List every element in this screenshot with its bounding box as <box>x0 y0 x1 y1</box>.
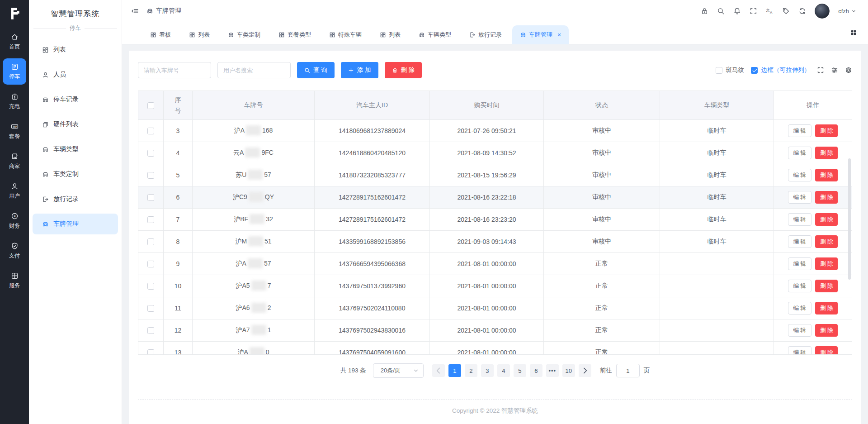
plate-search-input[interactable] <box>138 62 211 78</box>
toolbar: 查 询 添 加 删 除 斑马纹 <box>138 51 852 78</box>
edit-button[interactable]: 编 辑 <box>788 302 811 314</box>
bell-button[interactable] <box>733 7 741 15</box>
search-button[interactable]: 查 询 <box>297 62 335 78</box>
sidebar-item-1[interactable]: 人员 <box>33 64 118 85</box>
row-checkbox[interactable] <box>147 216 154 223</box>
select-all-checkbox[interactable] <box>147 102 154 109</box>
row-checkbox[interactable] <box>147 128 154 134</box>
tab-0[interactable]: 看板 <box>142 25 179 44</box>
page-button-5[interactable]: 5 <box>514 364 526 377</box>
row-checkbox[interactable] <box>147 172 154 179</box>
next-page-button[interactable] <box>579 364 591 377</box>
row-delete-button[interactable]: 删 除 <box>815 302 838 314</box>
username-search-input[interactable] <box>217 62 291 78</box>
border-toggle[interactable]: 边框（可拉伸列） <box>751 66 810 74</box>
row-checkbox[interactable] <box>147 150 154 157</box>
tab-7[interactable]: 放行记录 <box>462 25 509 44</box>
close-tab-icon[interactable]: × <box>557 32 561 38</box>
edit-button[interactable]: 编 辑 <box>788 169 811 181</box>
page-button-2[interactable]: 2 <box>465 364 477 377</box>
border-checkbox[interactable] <box>751 67 758 74</box>
search-button[interactable] <box>717 7 725 15</box>
row-delete-button[interactable]: 删 除 <box>815 169 838 181</box>
sidebar-item-0[interactable]: 列表 <box>33 39 118 60</box>
edit-button[interactable]: 编 辑 <box>788 191 811 204</box>
tag-button[interactable] <box>782 7 790 15</box>
row-checkbox[interactable] <box>147 238 154 245</box>
translate-button[interactable]: 文A <box>766 7 774 15</box>
edit-button[interactable]: 编 辑 <box>788 147 811 159</box>
row-checkbox[interactable] <box>147 327 154 334</box>
rail-item-charge[interactable]: 充电 <box>3 88 26 114</box>
row-delete-button[interactable]: 删 除 <box>815 147 838 159</box>
row-delete-button[interactable]: 删 除 <box>815 213 838 226</box>
row-delete-button[interactable]: 删 除 <box>815 257 838 270</box>
row-checkbox[interactable] <box>147 261 154 267</box>
page-button-1[interactable]: 1 <box>448 364 461 377</box>
row-checkbox[interactable] <box>147 305 154 312</box>
tab-1[interactable]: 列表 <box>181 25 217 44</box>
goto-page-input[interactable] <box>616 364 640 377</box>
row-checkbox[interactable] <box>147 194 154 201</box>
edit-button[interactable]: 编 辑 <box>788 257 811 270</box>
table-list-settings-button[interactable] <box>831 67 838 74</box>
page-button-6[interactable]: 6 <box>530 364 542 377</box>
row-delete-button[interactable]: 删 除 <box>815 191 838 204</box>
row-delete-button[interactable]: 删 除 <box>815 280 838 292</box>
refresh-button[interactable] <box>798 7 806 15</box>
rail-item-shop[interactable]: 商家 <box>3 148 26 174</box>
tab-layout-grid-icon[interactable] <box>850 29 857 36</box>
sidebar-item-4[interactable]: 车辆类型 <box>33 139 118 160</box>
tab-4[interactable]: 特殊车辆 <box>321 25 369 44</box>
sidebar-item-3[interactable]: 硬件列表 <box>33 114 118 135</box>
fullscreen-button[interactable] <box>750 7 757 15</box>
row-delete-button[interactable]: 删 除 <box>815 235 838 248</box>
more-pages-button[interactable]: ••• <box>546 364 559 377</box>
edit-button[interactable]: 编 辑 <box>788 346 811 355</box>
row-delete-button[interactable]: 删 除 <box>815 124 838 137</box>
collapse-sidebar-icon[interactable] <box>131 7 139 15</box>
row-checkbox[interactable] <box>147 349 154 355</box>
tab-5[interactable]: 列表 <box>372 25 408 44</box>
rail-item-parking[interactable]: 停车 <box>3 58 26 85</box>
page-button-3[interactable]: 3 <box>481 364 494 377</box>
rail-item-service[interactable]: 服务 <box>3 267 26 294</box>
table-gear-button[interactable] <box>845 67 852 74</box>
avatar[interactable] <box>815 4 830 19</box>
app-logo-icon[interactable] <box>7 6 22 21</box>
rail-item-vip[interactable]: VIP套餐 <box>3 118 26 144</box>
prev-page-button[interactable] <box>432 364 445 377</box>
tab-8[interactable]: 车牌管理× <box>512 25 569 44</box>
edit-button[interactable]: 编 辑 <box>788 235 811 248</box>
edit-button[interactable]: 编 辑 <box>788 324 811 337</box>
table-scrollbar[interactable] <box>848 158 851 280</box>
status-badge: 正常 <box>544 297 660 319</box>
row-checkbox[interactable] <box>147 283 154 290</box>
edit-button[interactable]: 编 辑 <box>788 213 811 226</box>
tab-3[interactable]: 套餐类型 <box>271 25 319 44</box>
add-button[interactable]: 添 加 <box>341 62 378 78</box>
edit-button[interactable]: 编 辑 <box>788 280 811 292</box>
table-fullscreen-button[interactable] <box>817 67 824 74</box>
rail-item-pay[interactable]: 支付 <box>3 238 26 264</box>
page-size-select[interactable]: 20条/页 <box>373 363 424 378</box>
tab-6[interactable]: 车辆类型 <box>411 25 459 44</box>
rail-item-finance[interactable]: ¥财务 <box>3 208 26 234</box>
tab-2[interactable]: 车类定制 <box>220 25 268 44</box>
edit-button[interactable]: 编 辑 <box>788 124 811 137</box>
zebra-checkbox[interactable] <box>716 67 722 74</box>
page-button-10[interactable]: 10 <box>562 364 575 377</box>
lock-button[interactable] <box>701 7 708 15</box>
zebra-stripe-toggle[interactable]: 斑马纹 <box>716 66 745 74</box>
sidebar-item-7[interactable]: 车牌管理 <box>33 214 118 234</box>
row-delete-button[interactable]: 删 除 <box>815 346 838 355</box>
sidebar-item-2[interactable]: 停车记录 <box>33 89 118 110</box>
rail-item-home[interactable]: 首页 <box>3 29 26 55</box>
row-delete-button[interactable]: 删 除 <box>815 324 838 337</box>
rail-item-user[interactable]: 用户 <box>3 178 26 204</box>
user-menu[interactable]: cfzh <box>838 8 856 14</box>
page-button-4[interactable]: 4 <box>497 364 510 377</box>
sidebar-item-5[interactable]: 车类定制 <box>33 164 118 185</box>
delete-button[interactable]: 删 除 <box>385 62 422 78</box>
sidebar-item-6[interactable]: 放行记录 <box>33 189 118 210</box>
